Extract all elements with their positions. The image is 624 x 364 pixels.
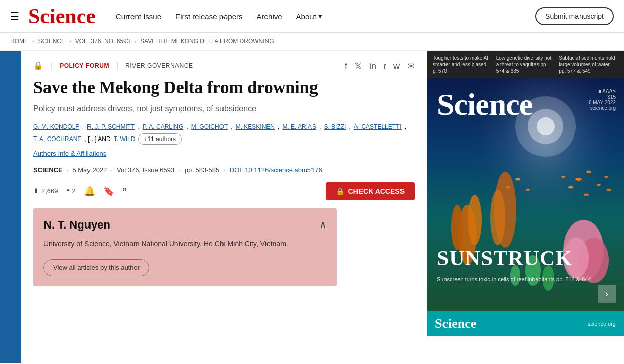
svg-point-21 bbox=[561, 176, 565, 178]
right-panel: Tougher tests to make AI smarter and les… bbox=[427, 51, 624, 363]
author-keskinen[interactable]: M. KESKINEN bbox=[236, 123, 275, 130]
cover-nav-arrow[interactable]: › bbox=[598, 285, 616, 303]
banner-item-3: Subfacial sediments hold large volumes o… bbox=[559, 55, 618, 74]
nav-links: Current Issue First release papers Archi… bbox=[116, 12, 535, 21]
author-bizzi[interactable]: S. BIZZI bbox=[324, 123, 346, 130]
author-kondolf[interactable]: G. M. KONDOLF bbox=[33, 123, 79, 130]
svg-point-18 bbox=[568, 186, 573, 189]
cite-icon: ❝ bbox=[66, 187, 70, 195]
nav-first-release[interactable]: First release papers bbox=[175, 12, 243, 21]
article-area: f 𝕏 in r w ✉ 🔒 | POLICY FORUM | RIVER GO… bbox=[21, 51, 427, 363]
svg-point-25 bbox=[515, 178, 520, 181]
cover-bottom-bar: Science science.org bbox=[427, 311, 624, 336]
social-share-icons: f 𝕏 in r w ✉ bbox=[345, 61, 415, 72]
breadcrumb: HOME › SCIENCE › VOL. 376, NO. 6593 › SA… bbox=[0, 33, 624, 51]
article-category: POLICY FORUM bbox=[60, 62, 109, 69]
svg-point-17 bbox=[586, 171, 591, 173]
view-articles-button[interactable]: View all articles by this author bbox=[43, 259, 149, 276]
journal-name: SCIENCE bbox=[33, 166, 63, 174]
breadcrumb-home[interactable]: HOME bbox=[10, 38, 28, 45]
cite-count: ❝ 2 bbox=[66, 187, 76, 195]
svg-point-4 bbox=[537, 117, 555, 135]
breadcrumb-science[interactable]: SCIENCE bbox=[38, 38, 65, 45]
site-logo[interactable]: Science bbox=[28, 4, 96, 28]
cover-aaas-badge: ■ AAAS $15 6 MAY 2022 science.org bbox=[589, 88, 616, 111]
cover-bottom-title: Science bbox=[435, 316, 476, 331]
author-popup-close-button[interactable]: ∧ bbox=[319, 218, 327, 231]
article-title: Save the Mekong Delta from drowning bbox=[33, 77, 415, 98]
article-date: 5 May 2022 bbox=[72, 166, 107, 174]
author-popup-header: N. T. Nguyen ∧ bbox=[43, 218, 327, 232]
svg-point-6 bbox=[468, 195, 482, 245]
breadcrumb-sep-1: › bbox=[32, 38, 34, 44]
breadcrumb-sep-3: › bbox=[134, 38, 136, 44]
author-goichot[interactable]: M. GOICHOT bbox=[191, 123, 228, 130]
cover-image: Science ■ AAAS $15 6 MAY 2022 science.or… bbox=[427, 78, 624, 311]
svg-point-22 bbox=[604, 176, 608, 178]
svg-point-24 bbox=[526, 189, 530, 191]
author-popup-affiliation: University of Science, Vietnam National … bbox=[43, 239, 327, 249]
bookmark-icon[interactable]: 🔖 bbox=[103, 186, 114, 197]
twitter-icon[interactable]: 𝕏 bbox=[354, 61, 362, 72]
left-sidebar bbox=[0, 51, 21, 363]
lock-icon: 🔒 bbox=[33, 61, 43, 70]
author-castelletti[interactable]: A. CASTELLETTI bbox=[354, 123, 402, 130]
alert-bell-icon[interactable]: 🔔 bbox=[84, 186, 95, 197]
cover-bottom-url: science.org bbox=[588, 321, 616, 327]
svg-point-23 bbox=[606, 189, 611, 191]
svg-point-19 bbox=[597, 184, 601, 186]
authors-info-link[interactable]: Authors Info & Affiliations bbox=[33, 150, 415, 157]
svg-point-26 bbox=[506, 186, 510, 188]
banner-item-2: Low genetic diversity not a threat to va… bbox=[496, 55, 555, 74]
check-access-button[interactable]: 🔒 CHECK ACCESS bbox=[326, 182, 415, 200]
download-count: ⬇ 2,669 bbox=[33, 187, 58, 195]
breadcrumb-sep-2: › bbox=[69, 38, 71, 44]
author-cochrane[interactable]: T. A. COCHRANE bbox=[33, 135, 81, 143]
authors-more-button[interactable]: +11 authors bbox=[138, 133, 182, 145]
breadcrumb-volume[interactable]: VOL. 376, NO. 6593 bbox=[75, 38, 130, 45]
nav-current-issue[interactable]: Current Issue bbox=[116, 12, 161, 21]
nav-archive[interactable]: Archive bbox=[257, 12, 282, 21]
author-arias[interactable]: M. E. ARIAS bbox=[282, 123, 316, 130]
facebook-icon[interactable]: f bbox=[345, 61, 347, 72]
author-wild[interactable]: T. WILD bbox=[114, 135, 136, 143]
author-popup: N. T. Nguyen ∧ University of Science, Vi… bbox=[33, 208, 337, 286]
email-icon[interactable]: ✉ bbox=[407, 61, 415, 72]
article-subtitle: Policy must address drivers, not just sy… bbox=[33, 104, 415, 113]
article-journal-info: SCIENCE · 5 May 2022 · Vol 376, Issue 65… bbox=[33, 166, 415, 174]
linkedin-icon[interactable]: in bbox=[369, 61, 376, 72]
check-access-lock-icon: 🔒 bbox=[336, 187, 344, 195]
svg-point-20 bbox=[584, 194, 589, 196]
main-layout: f 𝕏 in r w ✉ 🔒 | POLICY FORUM | RIVER GO… bbox=[0, 51, 624, 363]
breadcrumb-current: SAVE THE MEKONG DELTA FROM DROWNING bbox=[140, 38, 274, 45]
cover-sunstruck-title: SUNSTRUCK bbox=[437, 246, 572, 270]
article-pages: pp. 583-585 bbox=[185, 166, 219, 174]
download-number: 2,669 bbox=[41, 187, 58, 195]
svg-point-7 bbox=[451, 205, 463, 250]
reddit-icon[interactable]: r bbox=[383, 61, 386, 72]
actions-bar: ⬇ 2,669 ❝ 2 🔔 🔖 ❞ 🔒 CHECK ACCESS bbox=[33, 182, 415, 200]
cover-sunstruck-sub: Sunscreen turns toxic in cells of reef i… bbox=[437, 276, 591, 283]
article-volume: Vol 376, Issue 6593 bbox=[117, 166, 174, 174]
cite-number: 2 bbox=[72, 187, 76, 195]
svg-point-16 bbox=[575, 178, 582, 181]
submit-manuscript-button[interactable]: Submit manuscript bbox=[535, 7, 614, 25]
nav-about[interactable]: About ▾ bbox=[296, 12, 322, 21]
svg-point-9 bbox=[490, 190, 505, 245]
article-subcategory: RIVER GOVERNANCE bbox=[125, 62, 193, 69]
download-icon: ⬇ bbox=[33, 187, 39, 195]
banner-item-1: Tougher tests to make AI smarter and les… bbox=[433, 55, 492, 74]
author-schmitt[interactable]: R. J. P. SCHMITT bbox=[87, 123, 135, 130]
cover-top-banner: Tougher tests to make AI smarter and les… bbox=[427, 51, 624, 78]
author-popup-name: N. T. Nguyen bbox=[43, 218, 110, 232]
cover-science-title: Science bbox=[437, 88, 532, 120]
navbar: ☰ Science Current Issue First release pa… bbox=[0, 0, 624, 33]
hamburger-menu-button[interactable]: ☰ bbox=[10, 10, 19, 22]
authors-line: G. M. KONDOLF, R. J. P. SCHMITT, P. A. C… bbox=[33, 123, 415, 145]
doi-link[interactable]: DOI: 10.1126/science.abm5176 bbox=[230, 166, 322, 174]
quote-icon[interactable]: ❞ bbox=[122, 186, 127, 197]
wechat-icon[interactable]: w bbox=[393, 61, 400, 72]
author-carling[interactable]: P. A. CARLING bbox=[143, 123, 183, 130]
